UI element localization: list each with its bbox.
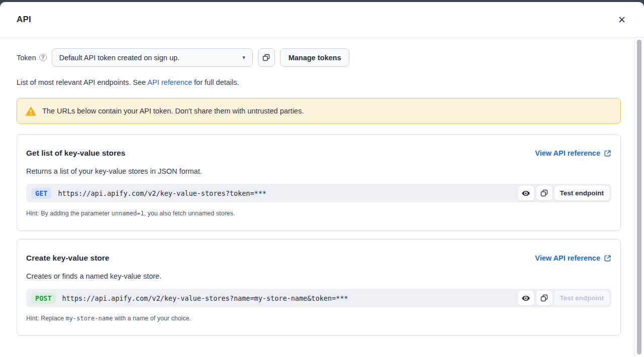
method-badge: POST: [31, 293, 56, 304]
modal-body: Token ? Default API token created on sig…: [0, 38, 644, 356]
intro-after: for full details.: [192, 78, 239, 86]
view-api-reference-label: View API reference: [535, 254, 600, 262]
intro-before: List of most relevant API endpoints. See: [17, 78, 147, 86]
warning-banner: The URLs below contain your API token. D…: [17, 98, 621, 124]
view-api-reference-link[interactable]: View API reference: [535, 149, 611, 157]
scrollbar-thumb[interactable]: [637, 40, 641, 354]
card-title: Get list of key-value stores: [26, 149, 125, 158]
endpoint-card-create-store: Create key-value store View API referenc…: [17, 239, 621, 336]
modal-title: API: [17, 15, 31, 25]
eye-icon: [521, 189, 530, 198]
endpoint-url-row: GET https://api.apify.com/v2/key-value-s…: [26, 184, 611, 202]
copy-url-button[interactable]: [536, 291, 552, 305]
copy-icon: [262, 53, 270, 62]
card-description: Returns a list of your key-value stores …: [26, 167, 611, 175]
warning-text: The URLs below contain your API token. D…: [42, 107, 304, 115]
reveal-token-button[interactable]: [518, 186, 534, 200]
token-select[interactable]: Default API token created on sign up. ▾: [52, 48, 253, 67]
endpoint-hint: Hint: By adding the parameter unnamed=1,…: [26, 210, 611, 217]
test-endpoint-button[interactable]: Test endpoint: [555, 186, 610, 200]
test-endpoint-button-disabled[interactable]: Test endpoint: [555, 291, 610, 305]
copy-url-button[interactable]: [536, 186, 552, 200]
eye-icon: [521, 294, 530, 303]
intro-text: List of most relevant API endpoints. See…: [17, 78, 621, 86]
card-title: Create key-value store: [26, 254, 109, 263]
reveal-token-button[interactable]: [518, 291, 534, 305]
card-head: Create key-value store View API referenc…: [26, 254, 611, 263]
hint-after: with a name of your choice.: [113, 315, 191, 322]
api-modal: API ✕ Token ? Default API token created …: [0, 2, 644, 357]
view-api-reference-label: View API reference: [535, 149, 600, 157]
token-row: Token ? Default API token created on sig…: [17, 48, 621, 67]
token-label: Token: [17, 54, 36, 62]
hint-before: Hint: Replace: [26, 315, 66, 322]
method-badge: GET: [31, 188, 51, 199]
endpoint-card-get-list: Get list of key-value stores View API re…: [17, 134, 621, 231]
external-link-icon: [604, 150, 611, 157]
close-button[interactable]: ✕: [615, 13, 629, 27]
close-icon: ✕: [618, 15, 626, 25]
manage-tokens-button[interactable]: Manage tokens: [280, 48, 350, 67]
copy-icon: [540, 189, 548, 197]
endpoint-url: https://api.apify.com/v2/key-value-store…: [58, 189, 266, 197]
hint-after: , you also fetch unnamed stores.: [144, 210, 235, 217]
token-select-value: Default API token created on sign up.: [59, 54, 179, 62]
warning-icon: [26, 106, 36, 116]
copy-icon: [540, 294, 548, 302]
card-description: Creates or finds a named key-value store…: [26, 272, 611, 280]
hint-before: Hint: By adding the parameter: [26, 210, 112, 217]
view-api-reference-link[interactable]: View API reference: [535, 254, 611, 262]
hint-code: unnamed=1: [112, 210, 144, 217]
external-link-icon: [604, 255, 611, 262]
endpoint-url-row: POST https://api.apify.com/v2/key-value-…: [26, 289, 611, 307]
scrollbar-track: [634, 39, 644, 356]
endpoint-url: https://api.apify.com/v2/key-value-store…: [62, 294, 348, 302]
copy-token-button[interactable]: [258, 48, 275, 67]
modal-header: API ✕: [0, 2, 644, 38]
chevron-down-icon: ▾: [242, 54, 245, 61]
api-reference-link[interactable]: API reference: [147, 78, 192, 86]
card-head: Get list of key-value stores View API re…: [26, 149, 611, 158]
hint-code: my-store-name: [66, 315, 113, 322]
endpoint-hint: Hint: Replace my-store-name with a name …: [26, 315, 611, 322]
endpoint-actions: Test endpoint: [518, 186, 610, 200]
help-icon[interactable]: ?: [39, 54, 47, 61]
endpoint-actions: Test endpoint: [518, 291, 610, 305]
